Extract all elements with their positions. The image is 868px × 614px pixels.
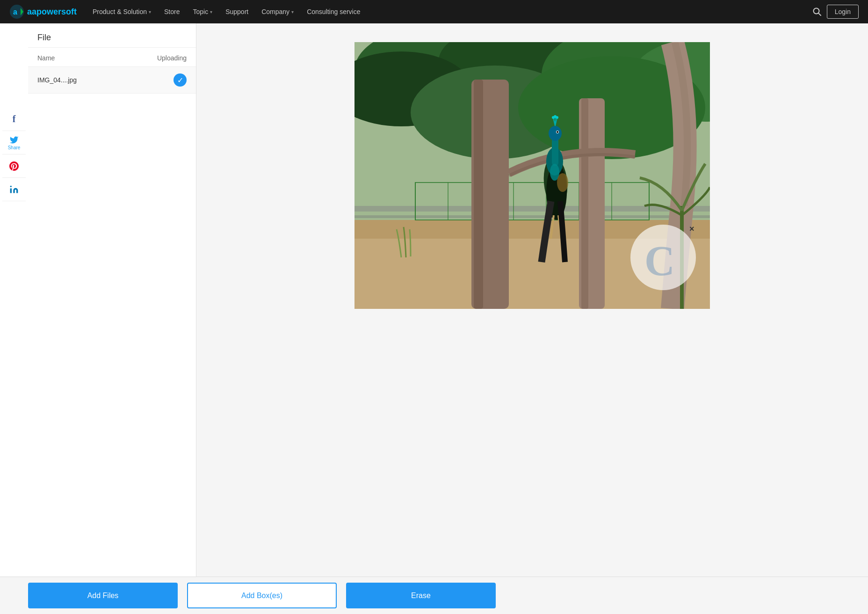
add-files-button[interactable]: Add Files (28, 583, 178, 608)
col-name: Name (37, 54, 55, 62)
nav-topic[interactable]: Topic ▾ (186, 0, 219, 23)
facebook-icon: f (13, 114, 16, 124)
svg-rect-17 (354, 215, 710, 218)
svg-rect-30 (581, 98, 588, 309)
page-wrapper: File Name Uploading IMG_04....jpg ✓ (0, 23, 868, 614)
facebook-share-button[interactable]: f (2, 108, 26, 131)
file-row[interactable]: IMG_04....jpg ✓ (28, 67, 196, 94)
left-panel: File Name Uploading IMG_04....jpg ✓ (0, 23, 196, 614)
erase-button[interactable]: Erase (346, 583, 496, 608)
pinterest-icon (9, 161, 19, 171)
logo[interactable]: a aapowersoft (9, 4, 77, 19)
search-icon[interactable] (807, 0, 827, 23)
navbar: a aapowersoft Product & Solution ▾ Store… (0, 0, 868, 23)
logo-text: aapowersoft (27, 7, 77, 17)
linkedin-icon (9, 185, 19, 194)
svg-line-4 (818, 13, 821, 15)
main-image: C × (354, 42, 710, 309)
file-name: IMG_04....jpg (37, 76, 77, 84)
svg-text:C: C (644, 238, 675, 284)
login-button[interactable]: Login (827, 5, 859, 19)
linkedin-share-button[interactable] (2, 178, 26, 201)
add-box-button[interactable]: Add Box(es) (187, 583, 337, 608)
col-uploading: Uploading (157, 54, 187, 62)
svg-text:a: a (13, 8, 17, 16)
bottom-bar: Add Files Add Box(es) Erase (0, 577, 868, 614)
share-label: Share (8, 145, 21, 150)
svg-rect-28 (474, 80, 483, 309)
file-header: File (28, 23, 196, 48)
pinterest-share-button[interactable] (2, 154, 26, 178)
image-container: C × (354, 42, 710, 311)
svg-point-35 (549, 126, 562, 141)
svg-point-41 (556, 116, 558, 119)
svg-point-5 (10, 185, 12, 187)
nav-consulting[interactable]: Consulting service (300, 0, 367, 23)
upload-complete-icon: ✓ (174, 73, 187, 87)
social-sidebar: f Share (0, 23, 28, 614)
nav-support[interactable]: Support (219, 0, 255, 23)
twitter-share-button[interactable]: Share (2, 131, 26, 154)
chevron-down-icon: ▾ (149, 9, 151, 15)
twitter-icon (9, 135, 19, 145)
chevron-down-icon: ▾ (291, 9, 294, 15)
svg-rect-16 (354, 206, 710, 212)
svg-point-43 (557, 131, 558, 133)
nav-product-solution[interactable]: Product & Solution ▾ (86, 0, 158, 23)
nav-company[interactable]: Company ▾ (255, 0, 300, 23)
nav-store[interactable]: Store (158, 0, 186, 23)
file-table-header: Name Uploading (28, 48, 196, 67)
svg-point-47 (557, 173, 568, 192)
chevron-down-icon: ▾ (210, 9, 212, 15)
right-panel: C × (196, 23, 868, 614)
svg-text:×: × (689, 224, 694, 234)
